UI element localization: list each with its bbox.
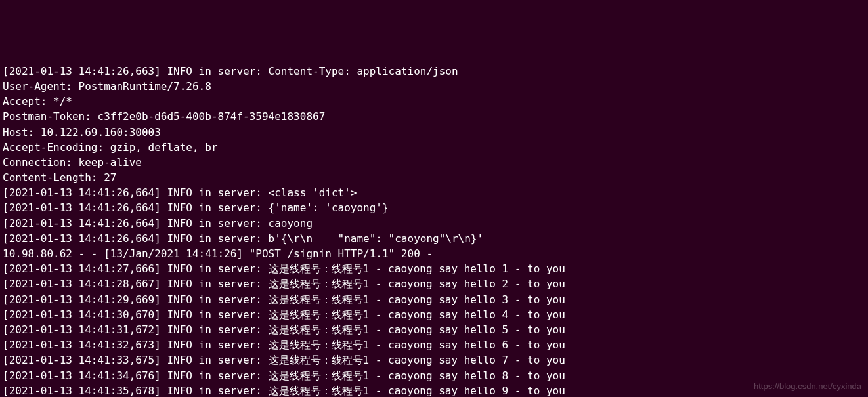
log-line: [2021-01-13 14:41:26,663] INFO in server…: [3, 64, 865, 79]
log-line: [2021-01-13 14:41:33,675] INFO in server…: [3, 352, 865, 367]
log-line: [2021-01-13 14:41:31,672] INFO in server…: [3, 322, 865, 337]
log-line: Host: 10.122.69.160:30003: [3, 125, 865, 140]
log-line: [2021-01-13 14:41:34,676] INFO in server…: [3, 368, 865, 383]
log-line: [2021-01-13 14:41:30,670] INFO in server…: [3, 307, 865, 322]
log-line: [2021-01-13 14:41:26,664] INFO in server…: [3, 200, 865, 215]
terminal-output[interactable]: [2021-01-13 14:41:26,663] INFO in server…: [3, 64, 865, 397]
log-line: Connection: keep-alive: [3, 155, 865, 170]
log-line: [2021-01-13 14:41:32,673] INFO in server…: [3, 337, 865, 352]
log-line: [2021-01-13 14:41:26,664] INFO in server…: [3, 216, 865, 231]
log-line: [2021-01-13 14:41:29,669] INFO in server…: [3, 292, 865, 307]
log-line: Accept: */*: [3, 94, 865, 109]
log-line: [2021-01-13 14:41:28,667] INFO in server…: [3, 276, 865, 291]
watermark: https://blog.csdn.net/cyxinda: [754, 381, 861, 393]
log-line: 10.98.80.62 - - [13/Jan/2021 14:41:26] "…: [3, 246, 865, 261]
log-line: Postman-Token: c3ff2e0b-d6d5-400b-874f-3…: [3, 109, 865, 124]
log-line: Accept-Encoding: gzip, deflate, br: [3, 140, 865, 155]
log-line: [2021-01-13 14:41:35,678] INFO in server…: [3, 383, 865, 397]
log-line: [2021-01-13 14:41:27,666] INFO in server…: [3, 261, 865, 276]
log-line: [2021-01-13 14:41:26,664] INFO in server…: [3, 185, 865, 200]
log-line: Content-Length: 27: [3, 170, 865, 185]
log-line: User-Agent: PostmanRuntime/7.26.8: [3, 79, 865, 94]
log-line: [2021-01-13 14:41:26,664] INFO in server…: [3, 231, 865, 246]
